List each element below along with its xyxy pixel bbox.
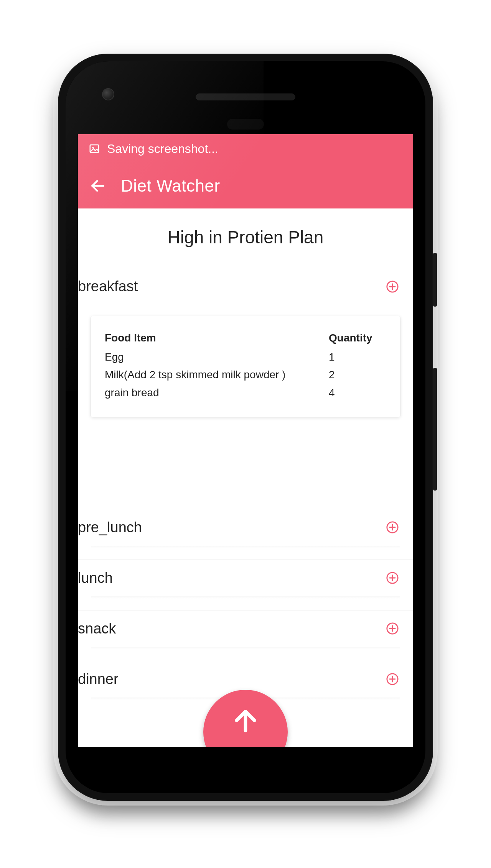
- meal-section-breakfast: breakfastFood ItemQuantityEgg1Milk(Add 2…: [78, 268, 413, 509]
- meal-header[interactable]: breakfast: [78, 268, 413, 305]
- plus-circle-icon: [386, 622, 399, 635]
- plus-circle-icon: [386, 280, 399, 293]
- phone-side-button: [433, 368, 437, 491]
- plan-title: High in Protien Plan: [78, 208, 413, 268]
- app-bar: Diet Watcher: [78, 163, 413, 208]
- food-qty: 2: [329, 366, 386, 384]
- app-title: Diet Watcher: [121, 176, 220, 195]
- plus-circle-icon: [386, 521, 399, 534]
- screen: Saving screenshot... Diet Watcher High i…: [78, 134, 413, 747]
- table-row: Egg1: [105, 348, 386, 366]
- food-name: grain bread: [105, 384, 329, 402]
- meal-name: lunch: [78, 570, 113, 586]
- food-qty: 4: [329, 384, 386, 402]
- meal-name: pre_lunch: [78, 519, 142, 536]
- spacer: [78, 432, 413, 509]
- back-button[interactable]: [89, 177, 107, 195]
- food-qty: 1: [329, 348, 386, 366]
- phone-speaker: [196, 94, 295, 100]
- image-icon: [89, 143, 100, 154]
- add-food-button[interactable]: [385, 520, 400, 535]
- table-header: Food ItemQuantity: [105, 329, 386, 347]
- table-row: Milk(Add 2 tsp skimmed milk powder )2: [105, 366, 386, 384]
- phone-sensor: [227, 119, 264, 130]
- add-food-button[interactable]: [385, 279, 400, 294]
- status-toast-text: Saving screenshot...: [107, 142, 218, 156]
- col-qty: Quantity: [329, 329, 386, 347]
- table-row: grain bread4: [105, 384, 386, 402]
- phone-bezel: Saving screenshot... Diet Watcher High i…: [66, 61, 425, 793]
- spacer: [78, 649, 413, 661]
- meal-section-snack: snack: [78, 610, 413, 661]
- spacer: [78, 599, 413, 610]
- add-food-button[interactable]: [385, 671, 400, 687]
- phone-frame: Saving screenshot... Diet Watcher High i…: [58, 54, 433, 801]
- meal-name: dinner: [78, 671, 119, 688]
- meal-name: breakfast: [78, 278, 138, 295]
- content[interactable]: High in Protien Plan breakfastFood ItemQ…: [78, 208, 413, 747]
- food-name: Milk(Add 2 tsp skimmed milk powder ): [105, 366, 329, 384]
- page: Saving screenshot... Diet Watcher High i…: [0, 0, 491, 868]
- add-food-button[interactable]: [385, 621, 400, 636]
- plus-circle-icon: [386, 673, 399, 686]
- phone-side-button: [433, 253, 437, 307]
- meal-section-pre_lunch: pre_lunch: [78, 509, 413, 560]
- spacer: [78, 548, 413, 560]
- col-food: Food Item: [105, 329, 329, 347]
- meal-section-lunch: lunch: [78, 560, 413, 610]
- food-name: Egg: [105, 348, 329, 366]
- food-card: Food ItemQuantityEgg1Milk(Add 2 tsp skim…: [91, 316, 400, 417]
- plus-circle-icon: [386, 571, 399, 584]
- meal-header[interactable]: snack: [78, 610, 413, 647]
- arrow-up-icon: [230, 705, 261, 736]
- meal-header[interactable]: lunch: [78, 560, 413, 596]
- phone-camera: [102, 88, 114, 100]
- arrow-left-icon: [89, 177, 106, 194]
- meal-name: snack: [78, 620, 116, 637]
- meals-list: breakfastFood ItemQuantityEgg1Milk(Add 2…: [78, 268, 413, 711]
- add-food-button[interactable]: [385, 570, 400, 586]
- meal-header[interactable]: pre_lunch: [78, 509, 413, 546]
- status-toast: Saving screenshot...: [78, 134, 413, 163]
